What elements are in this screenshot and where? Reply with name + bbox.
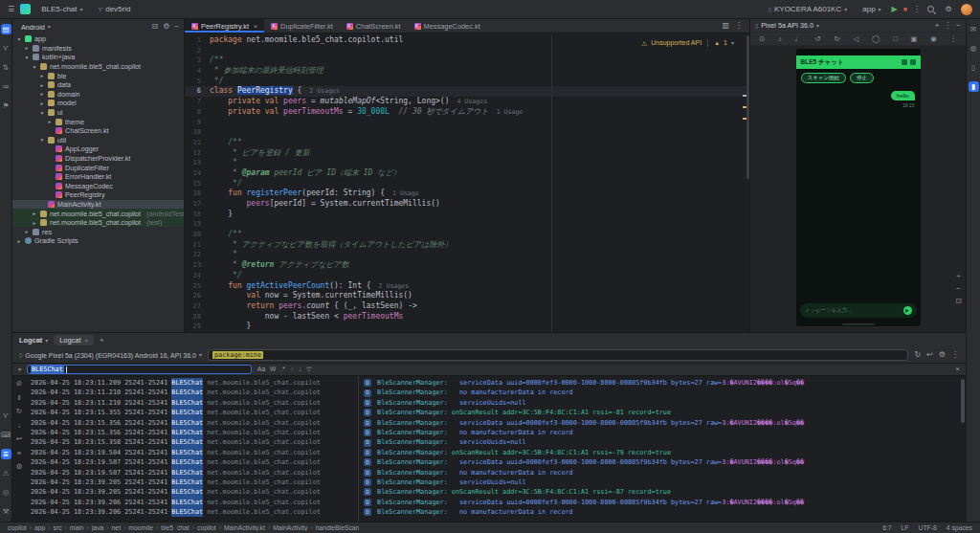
project-tree-item[interactable]: ▸data — [12, 80, 184, 90]
close-icon[interactable]: × — [84, 338, 88, 344]
back-icon[interactable]: ◁ — [854, 35, 859, 43]
editor-tab[interactable]: MessageCodec.kt — [408, 19, 487, 33]
breadcrumb-item[interactable]: handleBleScan — [316, 524, 360, 531]
settings-icon[interactable]: ⚙ — [163, 23, 169, 31]
project-tree-item[interactable]: ▾kotlin+java — [12, 53, 184, 62]
project-tree-item[interactable]: DuplicateFilter — [12, 163, 184, 172]
status-item[interactable]: 6:7 — [882, 524, 891, 531]
stop-scan-button[interactable]: 停止 — [850, 73, 874, 83]
breadcrumb-item[interactable]: MainActivity.kt — [224, 524, 265, 531]
editor-pane[interactable]: 1package net.moomile.ble5_chat.copilot.u… — [185, 33, 749, 332]
prev-icon[interactable]: ↑ — [291, 366, 294, 373]
bookmarks-icon[interactable]: ⚑ — [1, 100, 11, 111]
breadcrumb-item[interactable]: src — [54, 524, 62, 531]
soft-wrap-icon[interactable]: ↩ — [926, 351, 933, 359]
device-manager-icon[interactable]: ▯ — [969, 62, 979, 73]
run-config-selector[interactable]: app ▾ — [858, 3, 885, 15]
pause-icon[interactable]: ‖ — [17, 394, 20, 402]
breadcrumb-item[interactable]: net — [112, 524, 121, 531]
hide-icon[interactable]: − — [956, 22, 961, 30]
logcat-scrollbar[interactable] — [961, 379, 965, 423]
new-logcat-tab-icon[interactable]: + — [100, 337, 104, 344]
more-icon[interactable]: ⋮ — [949, 35, 957, 43]
volume-down-icon[interactable]: ♩ — [794, 35, 802, 43]
logcat-tab[interactable]: Logcat × — [54, 335, 94, 345]
app-inspection-icon[interactable]: ◎ — [1, 487, 11, 498]
project-tree-item[interactable]: ▸Gradle Scripts — [12, 236, 184, 246]
terminal-icon[interactable]: ⌨ — [1, 430, 11, 440]
search-icon[interactable] — [926, 5, 936, 14]
gradle-icon[interactable]: ◍ — [969, 43, 979, 54]
record-icon[interactable]: ◉ — [930, 35, 937, 43]
hide-icon[interactable]: − — [174, 23, 179, 31]
project-tree-item[interactable]: ▸manifests — [12, 44, 184, 54]
structure-icon[interactable]: ≔ — [1, 81, 11, 92]
version-control-icon[interactable]: ϒ — [1, 411, 11, 421]
project-tree-item[interactable]: AppLogger — [12, 144, 184, 154]
breadcrumb-item[interactable]: moomile — [128, 524, 153, 531]
pull-requests-icon[interactable]: ⇅ — [1, 62, 11, 73]
overview-icon[interactable]: □ — [893, 35, 898, 43]
logcat-search-input[interactable]: BLE5Chat — [27, 365, 252, 374]
home-icon[interactable]: ◯ — [872, 35, 880, 43]
project-view-mode[interactable]: Android ▾ — [17, 22, 55, 33]
logcat-left-pane[interactable]: 2026-04-25 18:23:11.209 25241-25241 BLE5… — [26, 376, 359, 522]
restart-icon[interactable]: ↻ — [914, 351, 921, 359]
project-tree-item[interactable]: ▸net.moomile.ble5_chat.copilot(androidTe… — [12, 209, 184, 218]
logcat-device-selector[interactable]: ▯ Google Pixel 5a (2304) (EGR04163) Andr… — [19, 352, 202, 359]
filter-icon[interactable]: ▽ — [306, 366, 311, 373]
more-icon[interactable]: ⋮ — [944, 22, 951, 30]
close-search-icon[interactable]: × — [955, 366, 960, 373]
logcat-title[interactable]: Logcat ▾ — [19, 336, 48, 344]
project-icon[interactable]: ▤ — [1, 24, 11, 34]
project-tree-item[interactable]: ▸res — [12, 227, 184, 236]
project-tree-item[interactable]: ▾util — [12, 136, 184, 145]
notifications-icon[interactable]: ✉ — [969, 24, 979, 34]
run-button[interactable]: ▶ — [892, 6, 898, 13]
breadcrumb-item[interactable]: main — [70, 524, 84, 531]
running-device-tab[interactable]: Pixel 5a API 36.0 — [761, 21, 813, 30]
appbar-action-icon[interactable] — [902, 59, 907, 65]
project-tree-item[interactable]: ▸model — [12, 99, 184, 108]
project-tree-item[interactable]: MessageCodec — [12, 182, 184, 191]
split-icon[interactable]: ▥ — [722, 22, 729, 30]
project-tree-item[interactable]: MainActivity.kt — [12, 200, 184, 210]
status-item[interactable]: 4 spaces — [947, 524, 972, 531]
status-item[interactable]: UTF-8 — [919, 524, 937, 531]
breadcrumb-item[interactable]: copilot — [197, 524, 216, 531]
vcs-branch-widget[interactable]: ϒ dev5rid — [94, 3, 136, 15]
breadcrumb-item[interactable]: ble5_chat — [161, 524, 189, 531]
restart-icon[interactable]: ↻ — [16, 408, 22, 415]
settings-icon[interactable]: ⚙ — [939, 351, 946, 359]
problems-icon[interactable]: ⚠ — [1, 468, 11, 478]
message-input[interactable]: メッセージを入力... ▶ — [800, 303, 917, 318]
breadcrumb-item[interactable]: MainActivity — [273, 524, 307, 531]
rotate-right-icon[interactable]: ↻ — [835, 35, 840, 43]
words-icon[interactable]: W — [270, 366, 276, 373]
editor-scrollbar[interactable] — [746, 35, 749, 179]
plus-icon[interactable]: + — [935, 22, 940, 30]
more-icon[interactable]: ⋮ — [951, 351, 959, 359]
project-tree-item[interactable]: ▸net.moomile.ble5_chat.copilot(test) — [12, 218, 184, 228]
commit-icon[interactable]: ϒ — [1, 43, 11, 54]
project-tree-item[interactable]: ▸ble — [12, 71, 184, 80]
scroll-end-icon[interactable]: ↓ — [17, 422, 21, 430]
project-tree-item[interactable]: ▾net.moomile.ble5_chat.copilot — [12, 62, 184, 72]
settings-icon[interactable]: ⚙ — [943, 4, 954, 15]
breadcrumb-item[interactable]: copilot — [8, 524, 27, 531]
project-tree-item[interactable]: ▾app — [12, 34, 184, 44]
avatar-icon[interactable] — [961, 4, 972, 15]
running-devices-icon[interactable]: ▮ — [969, 81, 979, 92]
project-widget[interactable]: BLE5-chat ▾ — [36, 3, 87, 15]
project-tree-item[interactable]: DispatcherProvider.kt — [12, 154, 184, 164]
editor-tab[interactable]: PeerRegistry.kt× — [185, 19, 264, 33]
breadcrumb-item[interactable]: app — [34, 524, 45, 531]
rotate-left-icon[interactable]: ↺ — [815, 35, 821, 43]
inspection-widget[interactable]: ⚠ Unsupported API ▲ 1 ▾ — [641, 38, 734, 49]
project-tree-item[interactable]: ▾ui — [12, 108, 184, 118]
project-tree-item[interactable]: ChatScreen.kt — [12, 126, 184, 136]
fit-icon[interactable]: ⊡ — [955, 298, 962, 305]
more-actions-icon[interactable]: ⋮ — [913, 6, 921, 13]
chevron-down-icon[interactable]: ▾ — [18, 366, 21, 372]
print-icon[interactable]: ≡ — [17, 450, 21, 457]
